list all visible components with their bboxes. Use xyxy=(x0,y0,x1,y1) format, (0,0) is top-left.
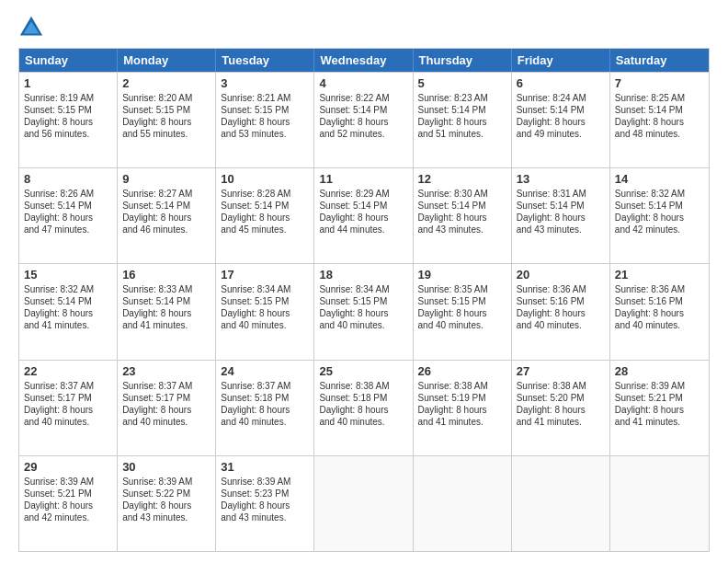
day-cell-18: 18Sunrise: 8:34 AMSunset: 5:15 PMDayligh… xyxy=(314,264,413,359)
cell-line: and 48 minutes. xyxy=(615,128,704,140)
day-cell-9: 9Sunrise: 8:27 AMSunset: 5:14 PMDaylight… xyxy=(118,168,216,263)
cell-line: and 56 minutes. xyxy=(24,128,112,140)
cell-line: Sunrise: 8:26 AM xyxy=(24,188,112,200)
day-cell-15: 15Sunrise: 8:32 AMSunset: 5:14 PMDayligh… xyxy=(19,264,118,359)
cell-line: Daylight: 8 hours xyxy=(517,116,605,128)
cell-line: Daylight: 8 hours xyxy=(418,212,506,224)
day-number: 1 xyxy=(24,76,112,90)
cell-line: Sunset: 5:14 PM xyxy=(24,200,112,212)
cell-line: and 40 minutes. xyxy=(615,319,704,331)
day-number: 24 xyxy=(221,364,309,378)
weekday-header-monday: Monday xyxy=(118,49,216,72)
calendar-row-5: 29Sunrise: 8:39 AMSunset: 5:21 PMDayligh… xyxy=(19,455,709,551)
cell-line: Sunset: 5:21 PM xyxy=(615,392,704,404)
weekday-header-wednesday: Wednesday xyxy=(314,49,413,72)
empty-cell-w4c5 xyxy=(512,456,610,551)
cell-line: Sunrise: 8:27 AM xyxy=(122,188,210,200)
cell-line: Daylight: 8 hours xyxy=(221,116,309,128)
header xyxy=(18,15,710,40)
cell-line: and 55 minutes. xyxy=(122,128,210,140)
day-cell-11: 11Sunrise: 8:29 AMSunset: 5:14 PMDayligh… xyxy=(314,168,413,263)
cell-line: Sunrise: 8:24 AM xyxy=(517,92,605,104)
day-cell-5: 5Sunrise: 8:23 AMSunset: 5:14 PMDaylight… xyxy=(414,73,512,167)
calendar: SundayMondayTuesdayWednesdayThursdayFrid… xyxy=(18,48,710,552)
day-number: 19 xyxy=(418,268,506,282)
empty-cell-w4c6 xyxy=(610,456,709,551)
cell-line: and 42 minutes. xyxy=(615,224,704,236)
cell-line: Sunset: 5:23 PM xyxy=(221,488,309,500)
day-cell-22: 22Sunrise: 8:37 AMSunset: 5:17 PMDayligh… xyxy=(19,361,118,455)
cell-line: Sunrise: 8:39 AM xyxy=(122,476,210,488)
cell-line: and 40 minutes. xyxy=(319,319,407,331)
cell-line: Daylight: 8 hours xyxy=(319,307,407,319)
day-number: 21 xyxy=(615,268,704,282)
cell-line: Sunset: 5:21 PM xyxy=(24,488,112,500)
cell-line: Sunrise: 8:39 AM xyxy=(24,476,112,488)
cell-line: Sunrise: 8:37 AM xyxy=(24,380,112,392)
day-cell-2: 2Sunrise: 8:20 AMSunset: 5:15 PMDaylight… xyxy=(118,73,216,167)
cell-line: Sunrise: 8:39 AM xyxy=(615,380,704,392)
cell-line: Daylight: 8 hours xyxy=(24,500,112,511)
cell-line: Sunrise: 8:25 AM xyxy=(615,92,704,104)
cell-line: Sunset: 5:14 PM xyxy=(24,295,112,307)
day-cell-12: 12Sunrise: 8:30 AMSunset: 5:14 PMDayligh… xyxy=(414,168,512,263)
cell-line: Sunset: 5:17 PM xyxy=(122,392,210,404)
calendar-body: 1Sunrise: 8:19 AMSunset: 5:15 PMDaylight… xyxy=(19,72,709,551)
cell-line: Sunset: 5:14 PM xyxy=(122,200,210,212)
cell-line: and 44 minutes. xyxy=(319,224,407,236)
cell-line: Sunset: 5:14 PM xyxy=(517,200,605,212)
day-cell-8: 8Sunrise: 8:26 AMSunset: 5:14 PMDaylight… xyxy=(19,168,118,263)
day-number: 28 xyxy=(615,364,704,378)
cell-line: Sunset: 5:17 PM xyxy=(24,392,112,404)
day-number: 12 xyxy=(418,172,506,186)
cell-line: and 49 minutes. xyxy=(517,128,605,140)
weekday-header-friday: Friday xyxy=(512,49,610,72)
day-number: 31 xyxy=(221,460,309,474)
day-cell-10: 10Sunrise: 8:28 AMSunset: 5:14 PMDayligh… xyxy=(216,168,314,263)
cell-line: Sunset: 5:16 PM xyxy=(517,295,605,307)
cell-line: Daylight: 8 hours xyxy=(122,307,210,319)
day-number: 5 xyxy=(418,76,506,90)
cell-line: Sunrise: 8:39 AM xyxy=(221,476,309,488)
day-number: 10 xyxy=(221,172,309,186)
cell-line: and 43 minutes. xyxy=(221,511,309,523)
cell-line: Sunrise: 8:36 AM xyxy=(517,283,605,295)
cell-line: and 51 minutes. xyxy=(418,128,506,140)
logo xyxy=(18,15,48,40)
cell-line: Sunrise: 8:35 AM xyxy=(418,283,506,295)
cell-line: Sunset: 5:15 PM xyxy=(122,104,210,116)
cell-line: and 41 minutes. xyxy=(122,319,210,331)
cell-line: Sunset: 5:14 PM xyxy=(122,295,210,307)
day-number: 15 xyxy=(24,268,112,282)
cell-line: Daylight: 8 hours xyxy=(615,307,704,319)
cell-line: Sunrise: 8:36 AM xyxy=(615,283,704,295)
cell-line: Daylight: 8 hours xyxy=(221,307,309,319)
day-number: 17 xyxy=(221,268,309,282)
day-number: 29 xyxy=(24,460,112,474)
cell-line: and 41 minutes. xyxy=(615,416,704,428)
day-number: 6 xyxy=(517,76,605,90)
cell-line: Sunset: 5:14 PM xyxy=(418,200,506,212)
cell-line: Daylight: 8 hours xyxy=(615,404,704,416)
cell-line: and 40 minutes. xyxy=(122,416,210,428)
cell-line: Sunrise: 8:21 AM xyxy=(221,92,309,104)
cell-line: Sunrise: 8:34 AM xyxy=(221,283,309,295)
cell-line: Daylight: 8 hours xyxy=(221,212,309,224)
day-cell-4: 4Sunrise: 8:22 AMSunset: 5:14 PMDaylight… xyxy=(314,73,413,167)
cell-line: Sunset: 5:20 PM xyxy=(517,392,605,404)
cell-line: Daylight: 8 hours xyxy=(24,404,112,416)
cell-line: and 45 minutes. xyxy=(221,224,309,236)
cell-line: Daylight: 8 hours xyxy=(122,212,210,224)
cell-line: and 40 minutes. xyxy=(319,416,407,428)
cell-line: and 46 minutes. xyxy=(122,224,210,236)
cell-line: Sunrise: 8:38 AM xyxy=(517,380,605,392)
cell-line: and 53 minutes. xyxy=(221,128,309,140)
day-cell-20: 20Sunrise: 8:36 AMSunset: 5:16 PMDayligh… xyxy=(512,264,610,359)
cell-line: Sunrise: 8:30 AM xyxy=(418,188,506,200)
cell-line: and 41 minutes. xyxy=(24,319,112,331)
cell-line: Sunrise: 8:22 AM xyxy=(319,92,407,104)
day-number: 9 xyxy=(122,172,210,186)
day-cell-29: 29Sunrise: 8:39 AMSunset: 5:21 PMDayligh… xyxy=(19,456,118,551)
cell-line: Sunrise: 8:28 AM xyxy=(221,188,309,200)
cell-line: Daylight: 8 hours xyxy=(221,404,309,416)
